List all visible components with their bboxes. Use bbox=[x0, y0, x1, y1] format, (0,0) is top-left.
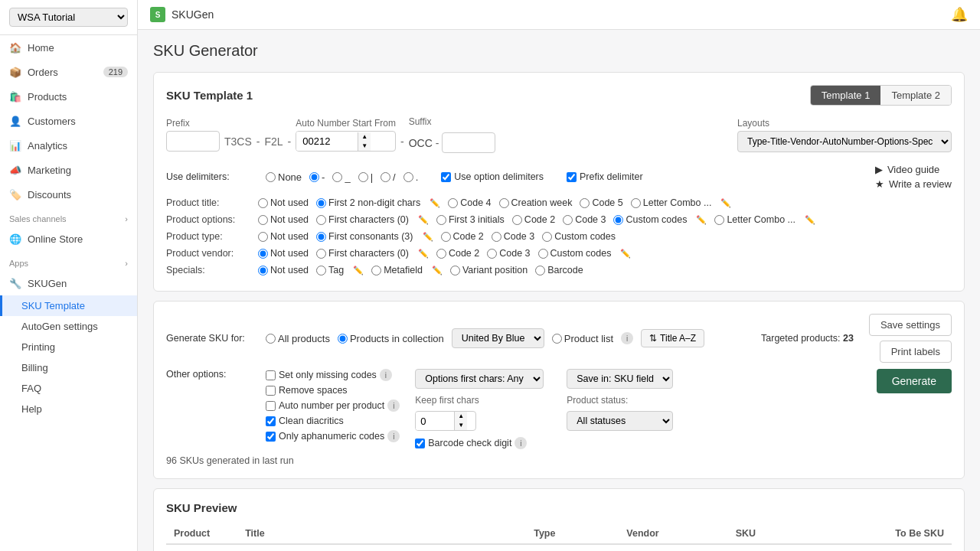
pt-code5[interactable]: Code 5 bbox=[580, 197, 622, 208]
sidebar-item-analytics[interactable]: 📊 Analytics bbox=[0, 133, 137, 158]
sidebar-item-help[interactable]: Help bbox=[0, 399, 137, 419]
keep-first-down[interactable]: ▼ bbox=[455, 421, 467, 430]
pt-not-used[interactable]: Not used bbox=[258, 197, 309, 208]
sidebar-header: WSA Tutorial bbox=[0, 0, 137, 35]
options-first-select[interactable]: Options first chars: Any bbox=[415, 369, 544, 389]
po-code2[interactable]: Code 2 bbox=[512, 214, 555, 225]
prefix-delimiter-checkbox[interactable]: Prefix delimiter bbox=[567, 171, 643, 182]
pty-not-used[interactable]: Not used bbox=[258, 231, 309, 242]
clean-diacritics-checkbox[interactable]: Clean diacritics bbox=[266, 416, 400, 426]
delimiter-dash[interactable]: - bbox=[309, 171, 325, 183]
product-status-select[interactable]: All statuses bbox=[567, 411, 673, 431]
set-only-missing-checkbox[interactable]: Set only missing codes i bbox=[266, 369, 400, 381]
only-alphanumeric-checkbox[interactable]: Only aphanumeric codes i bbox=[266, 430, 400, 442]
sort-button[interactable]: ⇅ Title A–Z bbox=[641, 329, 704, 347]
po-custom-codes[interactable]: Custom codes bbox=[613, 214, 687, 225]
auto-number-checkbox[interactable]: Auto number per product i bbox=[266, 399, 400, 412]
sidebar-item-online-store[interactable]: 🌐 Online Store bbox=[0, 227, 137, 251]
sidebar-item-discounts[interactable]: 🏷️ Discounts bbox=[0, 182, 137, 207]
template-card-title: SKU Template 1 bbox=[166, 89, 253, 102]
po-letter-combo[interactable]: Letter Combo ... bbox=[714, 214, 795, 225]
prefix-input[interactable] bbox=[166, 131, 220, 152]
delimiter-dot[interactable]: . bbox=[403, 171, 419, 183]
sidebar-item-sku-template[interactable]: SKU Template bbox=[0, 295, 137, 316]
sidebar-item-faq[interactable]: FAQ bbox=[0, 378, 137, 399]
generate-button[interactable]: Generate bbox=[877, 369, 952, 393]
sidebar-item-home[interactable]: 🏠 Home bbox=[0, 35, 137, 60]
sidebar-item-printing[interactable]: Printing bbox=[0, 337, 137, 357]
print-labels-button[interactable]: Print labels bbox=[880, 341, 952, 363]
pty-edit-icon[interactable]: ✏️ bbox=[423, 232, 433, 242]
pv-not-used[interactable]: Not used bbox=[258, 248, 309, 259]
pty-custom-codes[interactable]: Custom codes bbox=[542, 231, 616, 242]
po-not-used[interactable]: Not used bbox=[258, 214, 309, 225]
pt-first-2[interactable]: First 2 non-digit chars bbox=[316, 197, 420, 208]
auto-number-info[interactable]: i bbox=[387, 399, 400, 412]
sp-variant-pos[interactable]: Variant position bbox=[450, 265, 528, 276]
pv-custom-edit-icon[interactable]: ✏️ bbox=[620, 249, 631, 259]
pty-code2[interactable]: Code 2 bbox=[441, 231, 484, 242]
suffix-input[interactable] bbox=[442, 132, 495, 153]
sidebar-item-customers[interactable]: 👤 Customers bbox=[0, 109, 137, 133]
alphanumeric-info[interactable]: i bbox=[387, 430, 400, 442]
autonumber-up[interactable]: ▲ bbox=[358, 132, 371, 142]
save-settings-button[interactable]: Save settings bbox=[869, 314, 952, 336]
barcode-check-info[interactable]: i bbox=[514, 437, 527, 449]
use-option-delimiters-checkbox[interactable]: Use option delimiters bbox=[441, 171, 544, 182]
sp-tag-edit-icon[interactable]: ✏️ bbox=[353, 266, 364, 276]
pt-code4[interactable]: Code 4 bbox=[448, 197, 491, 208]
gen-all-products[interactable]: All products bbox=[266, 333, 330, 344]
keep-first-input[interactable] bbox=[416, 412, 454, 430]
pt-letter-edit-icon[interactable]: ✏️ bbox=[720, 198, 731, 208]
workspace-select[interactable]: WSA Tutorial bbox=[9, 8, 128, 27]
pv-edit-icon[interactable]: ✏️ bbox=[418, 249, 429, 259]
sidebar-item-billing[interactable]: Billing bbox=[0, 357, 137, 378]
delimiter-pipe[interactable]: | bbox=[358, 171, 373, 183]
notification-icon[interactable]: 🔔 bbox=[951, 7, 968, 22]
pv-custom-codes[interactable]: Custom codes bbox=[538, 248, 612, 259]
gen-product-list[interactable]: Product list bbox=[552, 333, 613, 344]
po-first-3-initials[interactable]: First 3 initials bbox=[436, 214, 505, 225]
video-guide-link[interactable]: ▶ Video guide bbox=[875, 164, 952, 175]
po-letter-edit-icon[interactable]: ✏️ bbox=[805, 215, 815, 225]
pty-first-consonants[interactable]: First consonants (3) bbox=[316, 231, 413, 242]
pty-code3[interactable]: Code 3 bbox=[492, 231, 534, 242]
pt-creation-week[interactable]: Creation week bbox=[499, 197, 573, 208]
pv-code2[interactable]: Code 2 bbox=[436, 248, 479, 259]
sp-barcode[interactable]: Barcode bbox=[535, 265, 583, 276]
delimiter-none[interactable]: None bbox=[266, 171, 302, 183]
pt-edit-icon[interactable]: ✏️ bbox=[430, 198, 440, 208]
po-code3[interactable]: Code 3 bbox=[563, 214, 606, 225]
save-in-select[interactable]: Save in: SKU field bbox=[567, 369, 673, 389]
product-list-info-icon[interactable]: i bbox=[621, 332, 633, 344]
collection-select[interactable]: United By Blue bbox=[452, 328, 544, 348]
sp-meta-edit-icon[interactable]: ✏️ bbox=[432, 266, 443, 276]
sp-not-used[interactable]: Not used bbox=[258, 265, 309, 276]
barcode-check-checkbox[interactable]: Barcode check digit i bbox=[415, 437, 544, 449]
pv-code3[interactable]: Code 3 bbox=[487, 248, 530, 259]
keep-first-up[interactable]: ▲ bbox=[455, 412, 467, 421]
autonumber-input[interactable] bbox=[296, 132, 358, 151]
tab-template-1[interactable]: Template 1 bbox=[811, 86, 881, 105]
delimiter-underscore[interactable]: _ bbox=[332, 171, 350, 183]
sidebar-item-marketing[interactable]: 📣 Marketing bbox=[0, 158, 137, 182]
po-custom-edit-icon[interactable]: ✏️ bbox=[696, 215, 707, 225]
set-only-info[interactable]: i bbox=[380, 369, 392, 381]
pv-first-chars[interactable]: First characters (0) bbox=[316, 248, 409, 259]
layouts-select[interactable]: Type-Title-Vendor-AutoNumber-Options-Spe… bbox=[737, 131, 952, 152]
sidebar-item-skugen[interactable]: 🔧 SKUGen bbox=[0, 271, 137, 295]
sp-metafield[interactable]: Metafield bbox=[371, 265, 423, 276]
write-review-link[interactable]: ★ Write a review bbox=[875, 178, 952, 190]
pt-letter-combo[interactable]: Letter Combo ... bbox=[631, 197, 712, 208]
sp-tag[interactable]: Tag bbox=[316, 265, 344, 276]
sidebar-item-products[interactable]: 🛍️ Products bbox=[0, 84, 137, 109]
tab-template-2[interactable]: Template 2 bbox=[880, 86, 951, 105]
po-first-chars[interactable]: First characters (0) bbox=[316, 214, 409, 225]
delimiter-slash[interactable]: / bbox=[381, 171, 396, 183]
remove-spaces-checkbox[interactable]: Remove spaces bbox=[266, 385, 400, 396]
sidebar-item-autogen-settings[interactable]: AutoGen settings bbox=[0, 316, 137, 337]
sidebar-item-orders[interactable]: 📦 Orders 219 bbox=[0, 60, 137, 84]
po-edit-icon[interactable]: ✏️ bbox=[418, 215, 429, 225]
gen-in-collection[interactable]: Products in collection bbox=[338, 333, 444, 344]
autonumber-down[interactable]: ▼ bbox=[358, 142, 371, 151]
